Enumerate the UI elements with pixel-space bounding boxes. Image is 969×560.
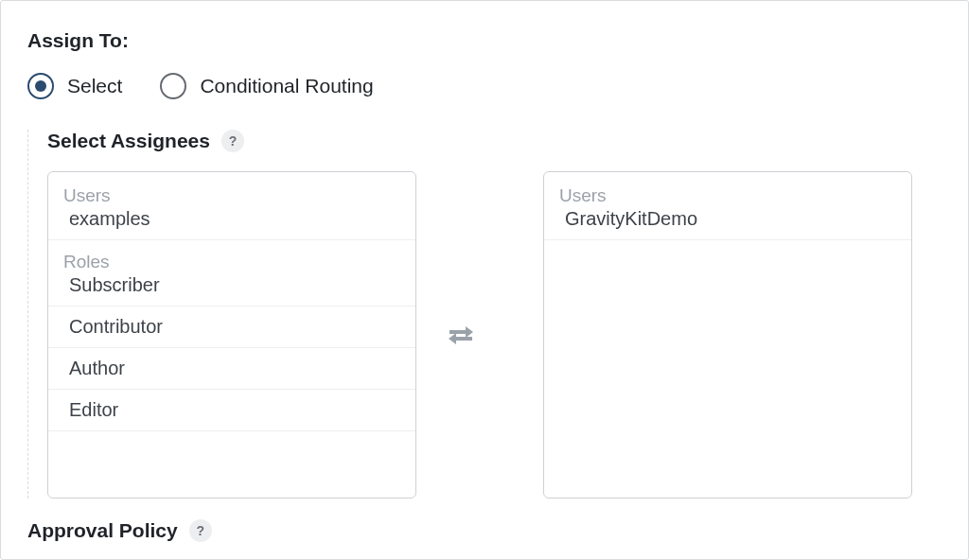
radio-select-indicator [27,73,54,99]
assign-radio-group: Select Conditional Routing [27,73,942,99]
radio-conditional-label: Conditional Routing [200,75,373,97]
selected-users-header: Users [544,182,911,208]
approval-policy-title: Approval Policy [27,519,178,542]
radio-select-label: Select [67,75,122,97]
help-icon[interactable]: ? [221,130,244,152]
radio-conditional-routing[interactable]: Conditional Routing [160,73,373,99]
radio-select[interactable]: Select [27,73,122,99]
select-assignees-title: Select Assignees [47,130,210,152]
selected-listbox[interactable]: Users GravityKitDemo [543,171,912,499]
available-listbox[interactable]: Users examples Roles Subscriber Contribu… [47,171,416,499]
approval-policy-header: Approval Policy ? [27,519,942,542]
assign-panel: Assign To: Select Conditional Routing Se… [0,0,969,560]
list-item[interactable]: examples [48,208,415,240]
radio-conditional-indicator [160,73,186,99]
select-assignees-section: Select Assignees ? Users examples Roles … [27,130,942,499]
help-icon[interactable]: ? [189,519,212,542]
list-item[interactable]: Subscriber [48,274,415,306]
assign-to-label: Assign To: [27,29,942,52]
select-assignees-header: Select Assignees ? [47,130,942,152]
list-item[interactable]: Editor [48,390,415,431]
assignee-transfer: Users examples Roles Subscriber Contribu… [47,171,942,499]
swap-icon[interactable] [445,319,477,351]
list-item[interactable]: Contributor [48,306,415,348]
available-roles-header: Roles [48,240,415,274]
available-users-header: Users [48,182,415,208]
list-item[interactable]: GravityKitDemo [544,208,911,240]
list-item[interactable]: Author [48,348,415,390]
